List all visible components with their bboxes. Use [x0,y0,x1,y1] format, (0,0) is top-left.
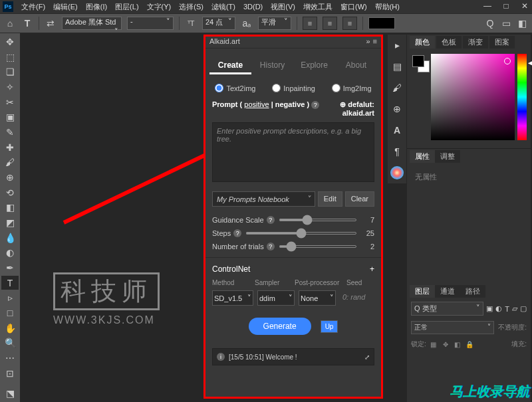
frame-tool[interactable]: ▣ [1,110,19,124]
tab-swatches[interactable]: 色板 [436,36,462,49]
mode-inpainting[interactable]: Inpainting [272,84,315,92]
mode-img2img[interactable]: Img2Img [332,84,372,92]
tab-gradients[interactable]: 渐变 [463,36,488,49]
paragraph-panel-icon[interactable]: ¶ [390,145,404,158]
controlnet-add-button[interactable]: + [370,264,374,274]
tab-about[interactable]: About [335,58,377,74]
search-icon[interactable]: Q [484,17,496,29]
prompts-notebook-select[interactable]: My Prompts Notebook˅ [212,191,315,207]
shape-tool[interactable]: □ [1,306,19,320]
history-brush-tool[interactable]: ⟲ [1,185,19,200]
wand-tool[interactable]: ✧ [1,80,19,94]
lock-pixels-icon[interactable]: ▦ [429,340,438,349]
share-icon[interactable]: ▭ [500,17,512,29]
edit-toolbar[interactable]: ⊡ [1,366,19,381]
orientation-toggle-icon[interactable]: ⇄ [45,17,57,29]
brush-tool[interactable]: 🖌 [1,155,19,169]
menu-layer[interactable]: 图层(L) [111,1,142,13]
strip-expand-icon[interactable]: ▸ [390,39,404,52]
workspace-icon[interactable]: ◧ [516,17,528,29]
tab-layers[interactable]: 图层 [410,285,435,298]
guidance-slider[interactable] [279,219,357,221]
tab-properties[interactable]: 属性 [410,150,435,163]
blur-tool[interactable]: 💧 [1,231,19,245]
plugin-collapse-icon[interactable]: » [366,37,370,45]
filter-pixel-icon[interactable]: ▣ [486,304,493,313]
up-button[interactable]: Up [321,320,338,333]
filter-adjust-icon[interactable]: ◐ [495,304,502,313]
steps-slider[interactable] [245,232,357,235]
color-field[interactable] [431,54,515,140]
more-tool[interactable]: ⋯ [1,351,19,365]
menu-select[interactable]: 选择(S) [175,1,207,13]
layer-filter-select[interactable]: Q 类型˅ [411,302,483,316]
crop-tool[interactable]: ✂ [1,95,19,110]
lock-all-icon[interactable]: 🔒 [465,340,474,349]
tab-color[interactable]: 颜色 [410,36,435,49]
lock-artboard-icon[interactable]: ◧ [453,340,462,349]
minimize-icon[interactable]: — [483,1,492,11]
filter-type-icon[interactable]: T [505,305,509,313]
prompt-input[interactable]: Enter positive prompt descriptions, e.g.… [212,122,374,182]
menu-view[interactable]: 视图(V) [267,1,299,13]
help-icon[interactable]: ? [233,229,241,237]
menu-plugins[interactable]: 增效工具 [299,1,336,13]
stamp-tool[interactable]: ⊕ [1,170,19,185]
hue-slider[interactable] [517,54,527,140]
path-tool[interactable]: ▹ [1,290,19,305]
marquee-tool[interactable]: ⬚ [1,50,19,64]
eyedropper-tool[interactable]: ✎ [1,125,19,140]
home-icon[interactable]: ⌂ [4,17,16,29]
tab-explore[interactable]: Explore [293,58,335,74]
antialias-select[interactable]: 平滑 ˅ [258,17,291,30]
postprocessor-select[interactable]: None˅ [299,290,336,306]
blend-mode-select[interactable]: 正常˅ [411,321,494,334]
eraser-tool[interactable]: ◧ [1,200,19,215]
help-icon[interactable]: ? [267,216,275,224]
maximize-icon[interactable]: □ [501,1,511,11]
font-family-select[interactable]: Adobe 黑体 Std ˅ [62,17,122,30]
move-tool[interactable]: ✥ [1,35,19,49]
clone-panel-icon[interactable]: ⊕ [390,102,404,116]
filter-shape-icon[interactable]: ▱ [512,304,517,313]
align-center-icon[interactable]: ≡ [323,17,337,30]
clear-button[interactable]: Clear [345,191,374,207]
heal-tool[interactable]: ✚ [1,140,19,155]
dodge-tool[interactable]: ◐ [1,245,19,260]
menu-edit[interactable]: 编辑(E) [49,1,82,13]
tab-patterns[interactable]: 图案 [489,36,515,49]
character-panel-icon[interactable]: A [390,124,404,137]
menu-file[interactable]: 文件(F) [17,1,49,13]
tab-paths[interactable]: 路径 [460,285,485,298]
close-icon[interactable]: ✕ [520,1,529,11]
menu-window[interactable]: 窗口(W) [336,1,371,13]
menu-image[interactable]: 图像(I) [82,1,111,13]
hand-tool[interactable]: ✋ [1,321,19,336]
alkaid-panel-icon[interactable] [390,166,404,179]
align-left-icon[interactable]: ≡ [303,17,317,30]
edit-button[interactable]: Edit [318,191,342,207]
plugin-menu-icon[interactable]: ≡ [373,37,377,45]
trials-slider[interactable] [279,245,357,248]
generate-button[interactable]: Generate [249,318,311,335]
method-select[interactable]: SD_v1.5˅ [212,290,253,306]
log-expand-icon[interactable]: ⤢ [364,353,370,361]
menu-filter[interactable]: 滤镜(T) [207,1,239,13]
menu-type[interactable]: 文字(Y) [143,1,176,13]
color-swap-icon[interactable]: ⬔ [1,386,19,401]
font-style-select[interactable]: - ˅ [127,17,174,30]
help-icon[interactable]: ? [311,101,319,109]
type-tool[interactable]: T [1,276,19,290]
help-icon[interactable]: ? [267,243,275,251]
filter-smart-icon[interactable]: ▢ [520,304,527,313]
sampler-select[interactable]: ddim˅ [257,290,295,306]
tab-adjustments[interactable]: 调整 [435,150,460,163]
tab-create[interactable]: Create [209,58,251,74]
menu-help[interactable]: 帮助(H) [371,1,404,13]
fg-bg-swatch[interactable] [411,54,428,140]
lock-position-icon[interactable]: ✥ [441,340,450,349]
zoom-tool[interactable]: 🔍 [1,336,19,350]
tab-history[interactable]: History [251,58,293,74]
align-right-icon[interactable]: ≡ [342,17,357,30]
seed-input[interactable]: 0: rand [340,290,374,306]
